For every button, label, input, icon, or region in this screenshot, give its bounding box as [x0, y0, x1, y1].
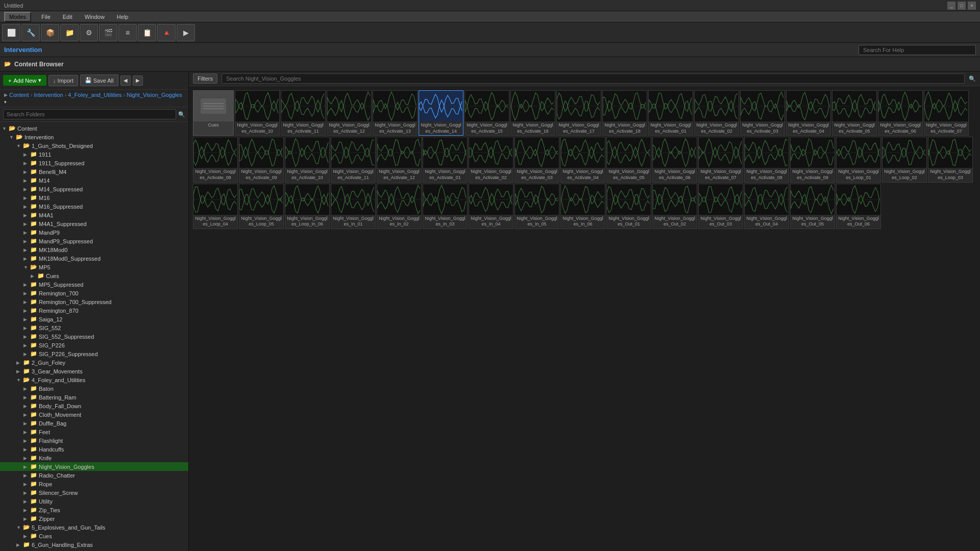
expand-arrow[interactable]: ▶: [23, 421, 29, 426]
asset-card[interactable]: Night_Vision_Goggles_Activate_05: [606, 137, 651, 182]
tree-item[interactable]: ▶ 📁 6_Gun_Handling_Extras: [0, 540, 188, 549]
asset-card[interactable]: Night_Vision_Goggles_Activate_01: [423, 137, 468, 182]
expand-arrow[interactable]: ▶: [23, 178, 29, 183]
asset-card[interactable]: Night_Vision_Goggles_Out_05: [790, 184, 835, 229]
expand-arrow[interactable]: ▶: [23, 325, 29, 331]
tree-item[interactable]: ▶ 📁 Baton: [0, 384, 188, 393]
tree-item[interactable]: ▶ 📁 Zip_Ties: [0, 506, 188, 514]
back-button[interactable]: ◀: [120, 76, 131, 86]
asset-card[interactable]: Night_Vision_Goggles_Activate_12: [377, 137, 422, 182]
asset-card[interactable]: Night_Vision_Goggles_Activate_18: [602, 90, 647, 136]
asset-card[interactable]: Night_Vision_Goggles_Out_02: [652, 184, 697, 229]
tree-item[interactable]: ▶ 📁 Zipper: [0, 514, 188, 523]
save-all-button[interactable]: 💾 Save All: [80, 74, 118, 86]
tree-item[interactable]: ▶ 📁 Silencer_Screw: [0, 488, 188, 497]
tree-item[interactable]: ▶ 📁 Utility: [0, 497, 188, 506]
expand-arrow[interactable]: ▶: [23, 508, 29, 513]
asset-card[interactable]: Night_Vision_Goggles_Activate_15: [464, 90, 509, 136]
asset-card[interactable]: Night_Vision_Goggles_Loop_03: [928, 137, 973, 182]
tree-item[interactable]: ▼ 📂 Intervention: [0, 133, 188, 141]
expand-arrow[interactable]: ▶: [23, 247, 29, 253]
tree-item[interactable]: ▶ 📁 Remington_700_Suppressed: [0, 297, 188, 306]
asset-card[interactable]: Night_Vision_Goggles_Activate_08: [193, 137, 238, 182]
tree-item[interactable]: ▶ 📁 Rope: [0, 480, 188, 488]
expand-arrow[interactable]: ▶: [23, 438, 29, 443]
expand-arrow[interactable]: ▼: [23, 265, 29, 270]
tree-item[interactable]: ▼ 📂 Content: [0, 124, 188, 133]
search-help-input[interactable]: [859, 45, 976, 55]
tree-item[interactable]: ▶ 📁 Remington_870: [0, 306, 188, 315]
content-search-input[interactable]: [222, 73, 965, 84]
asset-card[interactable]: Night_Vision_Goggles_Out_03: [698, 184, 743, 229]
tree-item[interactable]: ▶ 📁 SIG_552_Suppressed: [0, 332, 188, 341]
tree-item[interactable]: ▼ 📂 MP5: [0, 263, 188, 271]
tree-item[interactable]: ▶ 📁 M14_Suppressed: [0, 185, 188, 193]
expand-arrow[interactable]: ▶: [23, 482, 29, 487]
expand-arrow[interactable]: ▶: [23, 352, 29, 357]
tree-item[interactable]: ▶ 📁 MK18Mod0_Suppressed: [0, 254, 188, 263]
breadcrumb-intervention[interactable]: Intervention: [34, 92, 63, 98]
tree-item[interactable]: ▶ 📁 3_Gear_Movements: [0, 367, 188, 375]
toolbar-btn-7[interactable]: ≡: [118, 24, 137, 41]
asset-card[interactable]: Night_Vision_Goggles_Out_06: [836, 184, 881, 229]
expand-arrow[interactable]: ▶: [23, 490, 29, 495]
tree-item[interactable]: ▶ 📁 Cues: [0, 532, 188, 540]
tree-item[interactable]: ▶ 📁 Battering_Ram: [0, 393, 188, 402]
tree-item[interactable]: ▶ 📁 M4A1_Suppressed: [0, 219, 188, 228]
asset-card[interactable]: Night_Vision_Goggles_Activate_07: [698, 137, 743, 182]
tree-item[interactable]: ▶ 📁 M14: [0, 176, 188, 185]
toolbar-btn-10[interactable]: ▶: [177, 24, 195, 41]
tree-item[interactable]: ▶ 📁 M16: [0, 193, 188, 202]
toolbar-btn-5[interactable]: ⚙: [80, 24, 98, 41]
tree-item[interactable]: ▶ 📁 SIG_P226: [0, 341, 188, 349]
menu-edit[interactable]: Edit: [61, 13, 75, 21]
expand-arrow[interactable]: ▼: [16, 143, 21, 148]
asset-card[interactable]: Night_Vision_Goggles_In_03: [423, 184, 468, 229]
asset-card[interactable]: Night_Vision_Goggles_Activate_11: [331, 137, 376, 182]
toolbar-btn-1[interactable]: ⬜: [2, 24, 20, 41]
expand-arrow[interactable]: ▶: [23, 169, 29, 174]
asset-card[interactable]: Night_Vision_Goggles_In_04: [469, 184, 513, 229]
toolbar-btn-2[interactable]: 🔧: [21, 24, 40, 41]
cues-card[interactable]: Cues: [193, 90, 234, 136]
tree-item[interactable]: ▼ 📂 4_Foley_and_Utilities: [0, 375, 188, 384]
asset-card[interactable]: Night_Vision_Goggles_Activate_04: [560, 137, 605, 182]
expand-arrow[interactable]: ▶: [23, 221, 29, 227]
expand-arrow[interactable]: ▶: [31, 273, 36, 279]
tree-item[interactable]: ▶ 📁 Duffle_Bag: [0, 419, 188, 428]
expand-arrow[interactable]: ▶: [23, 395, 29, 400]
asset-card[interactable]: Night_Vision_Goggles_Activate_09: [790, 137, 835, 182]
asset-card[interactable]: Night_Vision_Goggles_Activate_04: [786, 90, 831, 136]
import-button[interactable]: ↓ Import: [48, 75, 78, 86]
expand-arrow[interactable]: ▶: [23, 161, 29, 166]
asset-card[interactable]: Night_Vision_Goggles_In_01: [331, 184, 376, 229]
tree-item[interactable]: ▶ 📁 Body_Fall_Down: [0, 402, 188, 410]
asset-card[interactable]: Night_Vision_Goggles_Activate_03: [514, 137, 559, 182]
tree-item[interactable]: ▶ 📁 SIG_552: [0, 323, 188, 332]
asset-card[interactable]: Night_Vision_Goggles_Activate_09: [239, 137, 284, 182]
breadcrumb-nvg[interactable]: Night_Vision_Goggles: [127, 92, 182, 98]
expand-arrow[interactable]: ▶: [23, 456, 29, 461]
asset-card[interactable]: Night_Vision_Goggles_Activate_13: [373, 90, 418, 136]
asset-card[interactable]: Night_Vision_Goggles_Activate_07: [924, 90, 969, 136]
expand-arrow[interactable]: ▶: [23, 534, 29, 539]
tree-item[interactable]: ▶ 📁 MP5_Suppressed: [0, 280, 188, 289]
tree-item[interactable]: ▶ 📁 Handcuffs: [0, 445, 188, 454]
tree-item[interactable]: ▶ 📁 Remington_700: [0, 289, 188, 297]
asset-card[interactable]: Night_Vision_Goggles_In_02: [377, 184, 422, 229]
asset-card[interactable]: Night_Vision_Goggles_Activate_02: [469, 137, 513, 182]
asset-card[interactable]: Night_Vision_Goggles_Activate_16: [510, 90, 555, 136]
forward-button[interactable]: ▶: [133, 76, 143, 86]
add-new-button[interactable]: + Add New ▾: [3, 75, 46, 86]
asset-card[interactable]: Night_Vision_Goggles_In_06: [560, 184, 605, 229]
asset-card[interactable]: Night_Vision_Goggles_Activate_06: [652, 137, 697, 182]
tree-item[interactable]: ▶ 📁 Cloth_Movement: [0, 410, 188, 419]
search-folders-input[interactable]: [3, 109, 176, 119]
tree-item[interactable]: ▶ 📁 Knife: [0, 454, 188, 462]
tree-item[interactable]: ▼ 📂 1_Gun_Shots_Designed: [0, 141, 188, 150]
asset-card[interactable]: Night_Vision_Goggles_Activate_08: [744, 137, 789, 182]
tree-item[interactable]: ▶ 📁 Radio_Chatter: [0, 471, 188, 480]
tree-item[interactable]: ▶ 📁 Saiga_12: [0, 315, 188, 323]
expand-arrow[interactable]: ▶: [23, 256, 29, 261]
asset-card[interactable]: Night_Vision_Goggles_Activate_12: [327, 90, 372, 136]
